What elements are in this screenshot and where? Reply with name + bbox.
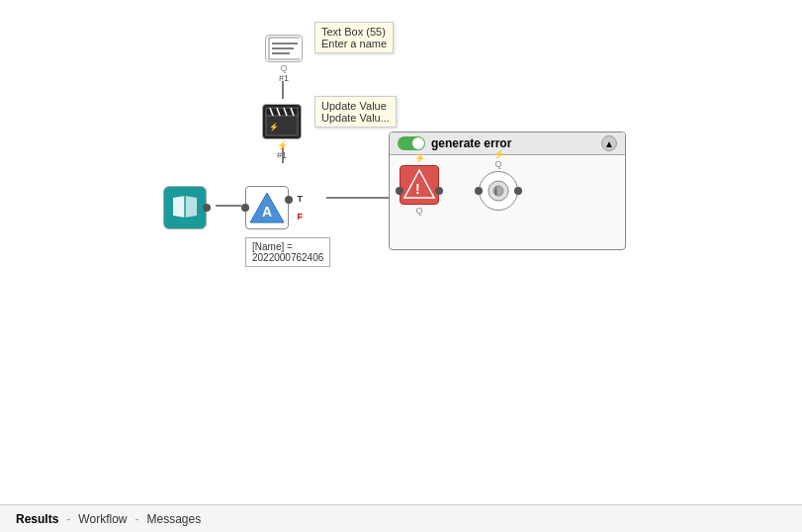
value-label-text: [Name] = bbox=[252, 241, 323, 252]
condition-node[interactable]: A T F bbox=[245, 186, 289, 229]
bottom-bar: Results - Workflow - Messages bbox=[0, 504, 802, 532]
updatevalue-tooltip-line2: Update Valu... bbox=[321, 112, 390, 124]
error-icon: ! bbox=[402, 168, 436, 202]
info-node[interactable]: Q ⚡ i bbox=[479, 171, 518, 211]
textbox-num-badge: #1 bbox=[279, 73, 289, 83]
generate-error-group: generate error ▲ ⚡ ! Q bbox=[389, 132, 626, 250]
info-icon: i bbox=[482, 174, 515, 208]
error-right-connector bbox=[435, 187, 443, 195]
info-left-connector bbox=[475, 187, 483, 195]
error-left-connector bbox=[396, 187, 403, 195]
updatevalue-lightning: ⚡ bbox=[277, 140, 288, 150]
value-box: [Name] = 2022000762406 bbox=[245, 237, 330, 267]
group-body: ⚡ ! Q Q ⚡ bbox=[390, 155, 625, 225]
book-icon bbox=[167, 190, 203, 225]
group-toggle[interactable] bbox=[398, 136, 425, 150]
condition-icon: A bbox=[248, 189, 286, 226]
condition-t-label: T bbox=[298, 194, 304, 204]
updatevalue-tooltip: Update Value Update Valu... bbox=[314, 96, 397, 128]
condition-right-connector-t bbox=[285, 196, 293, 204]
textbox-q-badge: Q bbox=[280, 63, 287, 73]
textbox-node[interactable]: Q #1 bbox=[265, 35, 303, 83]
condition-left-connector bbox=[241, 204, 249, 212]
error-q-badge: Q bbox=[415, 206, 422, 216]
error-node[interactable]: ⚡ ! Q bbox=[400, 165, 439, 216]
book-right-connector bbox=[203, 204, 211, 212]
results-tab[interactable]: Results bbox=[12, 510, 62, 528]
info-lightning-badge: ⚡ bbox=[493, 149, 504, 159]
workflow-tab[interactable]: Workflow bbox=[74, 510, 131, 528]
error-lightning-badge: ⚡ bbox=[414, 153, 425, 163]
updatevalue-tooltip-line1: Update Value bbox=[321, 100, 390, 112]
clapper-icon: ⚡ bbox=[264, 106, 300, 137]
updatevalue-node[interactable]: ⚡ ⚡ #1 bbox=[262, 104, 302, 160]
svg-text:!: ! bbox=[415, 181, 420, 197]
value-label-value: 2022000762406 bbox=[252, 252, 323, 263]
info-q-badge-top: Q bbox=[494, 159, 501, 169]
updatevalue-num-badge: #1 bbox=[277, 150, 287, 160]
textbox-tooltip-line2: Enter a name bbox=[321, 38, 387, 49]
group-collapse-btn[interactable]: ▲ bbox=[601, 135, 617, 151]
workflow-canvas: Text Box (55) Enter a name Q #1 Update V… bbox=[0, 0, 802, 504]
book-node[interactable] bbox=[163, 186, 207, 229]
svg-text:⚡: ⚡ bbox=[269, 122, 279, 132]
sep1: - bbox=[66, 512, 70, 526]
svg-text:A: A bbox=[262, 204, 272, 220]
svg-text:i: i bbox=[494, 185, 497, 197]
textbox-icon bbox=[268, 37, 300, 60]
textbox-tooltip: Text Box (55) Enter a name bbox=[314, 22, 394, 53]
condition-f-label: F bbox=[298, 212, 304, 222]
connections-svg bbox=[0, 0, 802, 504]
messages-tab[interactable]: Messages bbox=[142, 510, 205, 528]
info-right-connector bbox=[514, 187, 522, 195]
group-header: generate error ▲ bbox=[390, 133, 625, 155]
textbox-tooltip-line1: Text Box (55) bbox=[321, 26, 387, 38]
sep2: - bbox=[134, 512, 138, 526]
